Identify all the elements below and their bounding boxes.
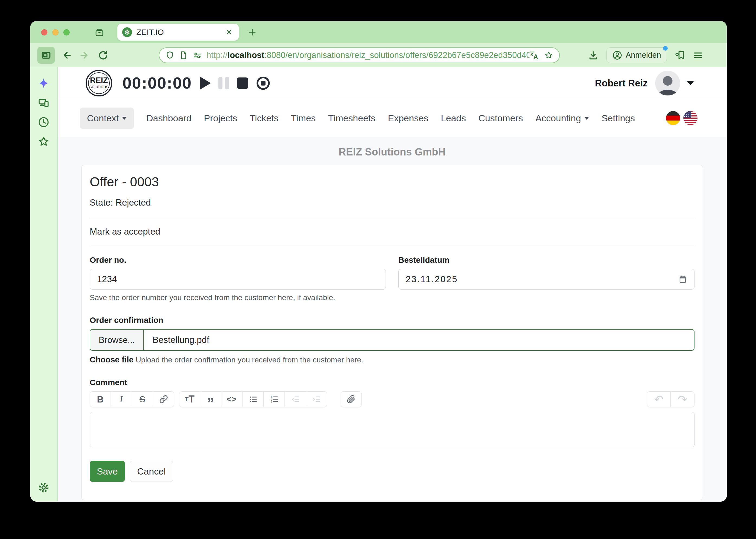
browse-button[interactable]: Browse... (90, 330, 144, 350)
play-icon[interactable] (200, 77, 211, 90)
logo-text-bottom: solutions (89, 84, 108, 90)
offer-card: Offer - 0003 State: Rejected Mark as acc… (81, 165, 703, 500)
chevron-down-icon (122, 117, 127, 120)
browser-window: ✻ ZEIT.IO (30, 21, 727, 501)
url-host: localhost (228, 50, 265, 60)
nav-item-accounting[interactable]: Accounting (536, 108, 589, 129)
nav-item-dashboard[interactable]: Dashboard (146, 108, 191, 129)
unordered-list-button[interactable] (242, 391, 264, 407)
forward-button (77, 48, 92, 63)
reload-button[interactable] (96, 48, 111, 63)
order-date-value: 23.11.2025 (406, 274, 458, 284)
close-tab-icon[interactable] (224, 27, 234, 37)
bookmark-star-icon[interactable] (544, 51, 553, 60)
svg-text:3: 3 (270, 400, 272, 403)
new-tab-button[interactable] (246, 26, 259, 39)
cancel-button[interactable]: Cancel (130, 461, 173, 482)
reiz-logo: REIZ solutions (86, 70, 112, 97)
save-button[interactable]: Save (90, 461, 125, 482)
stop-circle-icon[interactable] (256, 76, 270, 91)
attachment-paperclip-button[interactable] (341, 391, 362, 407)
timer-controls (200, 76, 270, 91)
selected-filename: Bestellung.pdf (144, 330, 209, 350)
bookmarks-star-icon[interactable] (38, 135, 50, 148)
order-confirmation-help: Choose file Upload the order confirmatio… (90, 355, 695, 364)
mark-as-accepted-link[interactable]: Mark as accepted (90, 226, 695, 237)
url-path: :8080/en/organisations/reiz_solutions/of… (265, 50, 530, 60)
indent-button (306, 391, 327, 407)
nav-item-projects[interactable]: Projects (204, 108, 237, 129)
code-button[interactable]: <> (221, 391, 242, 407)
browser-tab[interactable]: ✻ ZEIT.IO (117, 24, 239, 40)
close-window-button[interactable] (41, 29, 47, 36)
comment-label: Comment (90, 378, 695, 387)
svg-text:A: A (533, 53, 538, 60)
synced-devices-icon[interactable] (38, 97, 50, 109)
comment-editor-toolbar: B I S TT ” <> (90, 391, 695, 407)
font-size-button[interactable]: TT (179, 391, 200, 407)
extensions-icon[interactable] (673, 48, 688, 63)
recent-browsing-icon[interactable] (94, 26, 105, 38)
us-flag-icon[interactable] (683, 111, 698, 125)
zeitio-app: REIZ solutions 00:00:00 Robert Reiz (57, 67, 727, 501)
browser-sidebar (30, 67, 57, 501)
anmelden-label: Anmelden (626, 51, 661, 60)
ai-sparkle-icon[interactable] (38, 77, 50, 89)
history-clock-icon[interactable] (38, 116, 50, 128)
user-name[interactable]: Robert Reiz (595, 78, 648, 89)
nav-item-settings[interactable]: Settings (602, 108, 635, 129)
nav-item-tickets[interactable]: Tickets (250, 108, 278, 129)
url-bar[interactable]: http://localhost:8080/en/organisations/r… (159, 47, 560, 63)
italic-button[interactable]: I (111, 391, 132, 407)
minimize-window-button[interactable] (52, 29, 58, 36)
downloads-icon[interactable] (586, 48, 601, 63)
back-button[interactable] (59, 48, 74, 63)
menu-icon[interactable] (691, 48, 705, 63)
order-date-input[interactable]: 23.11.2025 (398, 269, 695, 289)
stop-icon[interactable] (237, 77, 248, 89)
browser-tab-strip: ✻ ZEIT.IO (30, 21, 727, 43)
offer-state: State: Rejected (90, 197, 695, 208)
nav-item-context[interactable]: Context (80, 108, 134, 129)
strikethrough-button[interactable]: S (132, 391, 153, 407)
order-date-field-group: Bestelldatum 23.11.2025 (398, 256, 695, 302)
url-text[interactable]: http://localhost:8080/en/organisations/r… (207, 50, 530, 60)
browser-toolbar: http://localhost:8080/en/organisations/r… (30, 43, 727, 67)
order-confirmation-file-input[interactable]: Browse... Bestellung.pdf (90, 329, 695, 351)
user-avatar[interactable] (655, 71, 680, 96)
main-navigation: Context Dashboard Projects Tickets Times… (57, 99, 727, 137)
choose-file-label: Choose file (90, 355, 133, 364)
ordered-list-button[interactable]: 123 (264, 391, 285, 407)
offer-title: Offer - 0003 (90, 175, 695, 189)
user-menu-chevron-down-icon[interactable] (687, 81, 694, 85)
calendar-icon[interactable] (678, 274, 688, 284)
nav-item-leads[interactable]: Leads (441, 108, 466, 129)
maximize-window-button[interactable] (63, 29, 70, 36)
nav-item-expenses[interactable]: Expenses (388, 108, 428, 129)
order-no-help: Save the order number you received from … (90, 293, 386, 302)
sidebar-settings-gear-icon[interactable] (38, 481, 50, 494)
permissions-icon[interactable] (192, 50, 202, 60)
window-controls (41, 29, 70, 36)
nav-item-timesheets[interactable]: Timesheets (328, 108, 375, 129)
link-button[interactable] (153, 391, 174, 407)
sidebar-toggle-button[interactable] (38, 47, 55, 64)
translate-icon[interactable]: XA (530, 50, 539, 60)
zeitio-favicon: ✻ (122, 27, 132, 37)
page-info-icon[interactable] (179, 51, 188, 60)
blockquote-button[interactable]: ” (200, 391, 221, 407)
anmelden-button[interactable]: Anmelden (606, 47, 667, 63)
company-heading: REIZ Solutions GmbH (57, 146, 727, 158)
url-scheme: http:// (207, 50, 228, 60)
notification-dot (663, 46, 668, 51)
german-flag-icon[interactable] (666, 111, 680, 125)
shield-icon[interactable] (165, 51, 175, 60)
bold-button[interactable]: B (90, 391, 111, 407)
pause-icon (218, 77, 229, 89)
order-date-label: Bestelldatum (398, 256, 695, 265)
order-no-label: Order no. (90, 256, 386, 265)
nav-item-customers[interactable]: Customers (478, 108, 523, 129)
nav-item-times[interactable]: Times (291, 108, 316, 129)
comment-textarea[interactable] (90, 412, 695, 447)
order-no-input[interactable] (90, 269, 386, 289)
